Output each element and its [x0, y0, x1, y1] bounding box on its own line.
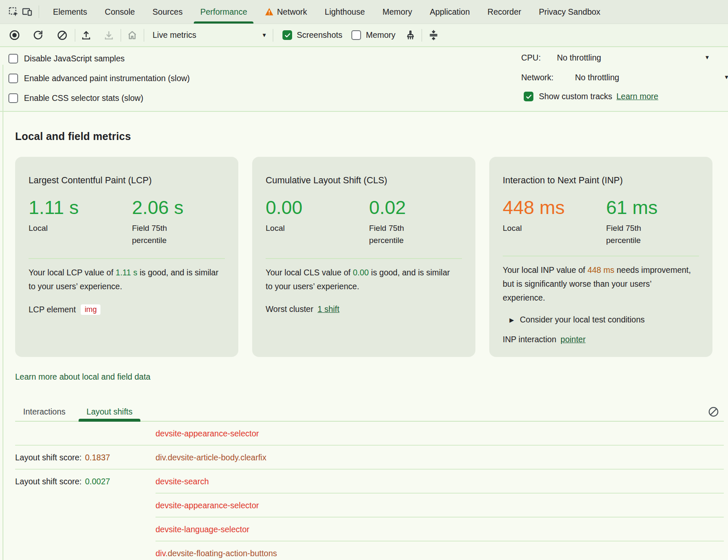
- screenshots-checkbox[interactable]: Screenshots: [282, 30, 342, 40]
- tab-label: Layout shifts: [87, 407, 132, 417]
- disable-js-samples-checkbox[interactable]: Disable JavaScript samples: [0, 49, 728, 69]
- inp-inline-value: 448 ms: [588, 265, 615, 275]
- field-label: Field 75th percentile: [606, 222, 673, 246]
- tab-label: Application: [430, 7, 470, 17]
- local-label: Local: [503, 222, 570, 234]
- tab-label: Lighthouse: [325, 7, 365, 17]
- inspect-element-icon[interactable]: [7, 5, 20, 19]
- reload-record-button[interactable]: [31, 28, 45, 43]
- shifted-element-link[interactable]: devsite-appearance-selector: [156, 501, 259, 510]
- learn-more-local-field-link[interactable]: Learn more about local and field data: [15, 372, 150, 382]
- clear-log-icon[interactable]: [706, 404, 720, 419]
- shifted-element-link[interactable]: devsite-search: [156, 477, 209, 486]
- checkbox-unchecked-icon: [8, 93, 18, 103]
- cls-description: Your local CLS value of 0.00 is good, an…: [266, 266, 457, 293]
- chevron-down-icon[interactable]: ▼: [704, 54, 710, 61]
- live-metrics-view: Local and field metrics Largest Contentf…: [0, 130, 728, 560]
- cls-inline-value: 0.00: [353, 268, 369, 277]
- divider: [144, 29, 144, 42]
- divider: [121, 29, 121, 42]
- tab-application[interactable]: Application: [421, 0, 478, 24]
- cls-field-value: 0.02: [369, 196, 436, 219]
- live-metrics-log: Interactions Layout shifts devsite-appea…: [15, 403, 724, 560]
- upload-profile-icon[interactable]: [79, 28, 93, 43]
- tab-elements[interactable]: Elements: [44, 0, 96, 24]
- log-tab-bar: Interactions Layout shifts: [15, 403, 724, 422]
- tab-recorder[interactable]: Recorder: [479, 0, 530, 24]
- tab-label: Recorder: [488, 7, 521, 17]
- tab-network[interactable]: Network: [256, 0, 316, 24]
- shifted-element-link[interactable]: div.devsite-article-body.clearfix: [156, 453, 266, 462]
- lcp-description: Your local LCP value of 1.11 s is good, …: [29, 266, 220, 293]
- tab-interactions[interactable]: Interactions: [15, 403, 74, 421]
- collapse-sections-icon[interactable]: [427, 28, 440, 43]
- memory-checkbox[interactable]: Memory: [351, 30, 395, 40]
- panel-mode-select[interactable]: Live metrics ▼: [148, 30, 273, 40]
- chevron-down-icon: ▼: [261, 32, 267, 38]
- lcp-element-label: LCP element: [29, 305, 76, 314]
- worst-cluster-link[interactable]: 1 shift: [317, 304, 339, 314]
- lcp-element-node-link[interactable]: img: [81, 304, 100, 315]
- disclosure-triangle-icon: ▶: [509, 317, 514, 323]
- tab-label: Performance: [200, 7, 247, 17]
- layout-shift-row: div.devsite-floating-action-buttons: [15, 542, 724, 560]
- checkbox-label: Disable JavaScript samples: [24, 54, 125, 63]
- record-button[interactable]: [8, 28, 21, 43]
- section-heading: Local and field metrics: [15, 130, 728, 143]
- local-test-conditions-disclosure[interactable]: ▶ Consider your local test conditions: [509, 315, 699, 325]
- lcp-inline-value: 1.11 s: [116, 268, 137, 277]
- tab-label: Sources: [153, 7, 183, 17]
- panel-mode-value: Live metrics: [153, 30, 196, 40]
- warning-icon: [265, 8, 274, 16]
- shifted-element-link[interactable]: div.devsite-floating-action-buttons: [156, 549, 277, 558]
- tab-layout-shifts[interactable]: Layout shifts: [79, 403, 140, 421]
- card-title: Interaction to Next Paint (INP): [503, 175, 699, 186]
- home-icon[interactable]: [125, 28, 139, 43]
- checkbox-unchecked-icon: [351, 30, 361, 40]
- show-custom-tracks-checkbox[interactable]: Show custom tracks Learn more: [524, 92, 658, 101]
- shifted-element-link[interactable]: devsite-appearance-selector: [156, 429, 259, 438]
- gc-broom-icon[interactable]: [404, 28, 417, 43]
- tab-console[interactable]: Console: [96, 0, 144, 24]
- layout-shift-row: devsite-appearance-selector: [15, 494, 724, 518]
- chevron-down-icon[interactable]: ▼: [724, 74, 728, 80]
- tab-label: Privacy Sandbox: [539, 7, 600, 17]
- tab-privacy-sandbox[interactable]: Privacy Sandbox: [530, 0, 609, 24]
- tab-label: Elements: [53, 7, 87, 17]
- divider: [75, 29, 75, 42]
- cls-local-value: 0.00: [266, 196, 369, 219]
- metric-cards: Largest Contentful Paint (LCP) 1.11 s Lo…: [15, 157, 728, 357]
- score-cell: Layout shift score:0.1837: [15, 453, 156, 462]
- inp-field-value: 61 ms: [606, 196, 673, 219]
- tab-label: Network: [277, 7, 307, 17]
- worst-cluster-label: Worst cluster: [266, 304, 313, 314]
- checkbox-label: Enable CSS selector stats (slow): [24, 93, 143, 103]
- local-label: Local: [266, 222, 333, 234]
- inp-interaction-link[interactable]: pointer: [561, 335, 586, 344]
- inp-description: Your local INP value of 448 ms needs imp…: [503, 263, 694, 305]
- tab-lighthouse[interactable]: Lighthouse: [316, 0, 374, 24]
- inp-card: Interaction to Next Paint (INP) 448 ms L…: [489, 157, 712, 357]
- network-throttle-label: Network:: [521, 73, 554, 82]
- card-title: Largest Contentful Paint (LCP): [29, 175, 225, 186]
- tab-sources[interactable]: Sources: [144, 0, 192, 24]
- field-label: Field 75th percentile: [132, 222, 199, 246]
- download-profile-icon[interactable]: [102, 28, 116, 43]
- tab-performance[interactable]: Performance: [191, 0, 256, 24]
- lcp-local-value: 1.11 s: [29, 196, 132, 219]
- checkbox-label: Screenshots: [297, 30, 342, 40]
- score-cell: Layout shift score:0.0027: [15, 477, 156, 486]
- clear-recording-icon[interactable]: [55, 28, 69, 43]
- tab-label: Console: [105, 7, 135, 17]
- card-divider: [29, 258, 225, 259]
- shifted-element-link[interactable]: devsite-language-selector: [156, 525, 249, 534]
- pane-left-border: [3, 65, 3, 560]
- learn-more-link[interactable]: Learn more: [616, 92, 658, 101]
- cpu-throttle-select[interactable]: No throttling: [557, 53, 601, 63]
- lcp-field-value: 2.06 s: [132, 196, 199, 219]
- network-throttle-select[interactable]: No throttling: [575, 73, 619, 82]
- checkbox-label: Show custom tracks: [539, 92, 612, 101]
- divider: [422, 29, 422, 42]
- device-toolbar-icon[interactable]: [20, 5, 34, 19]
- tab-memory[interactable]: Memory: [374, 0, 421, 24]
